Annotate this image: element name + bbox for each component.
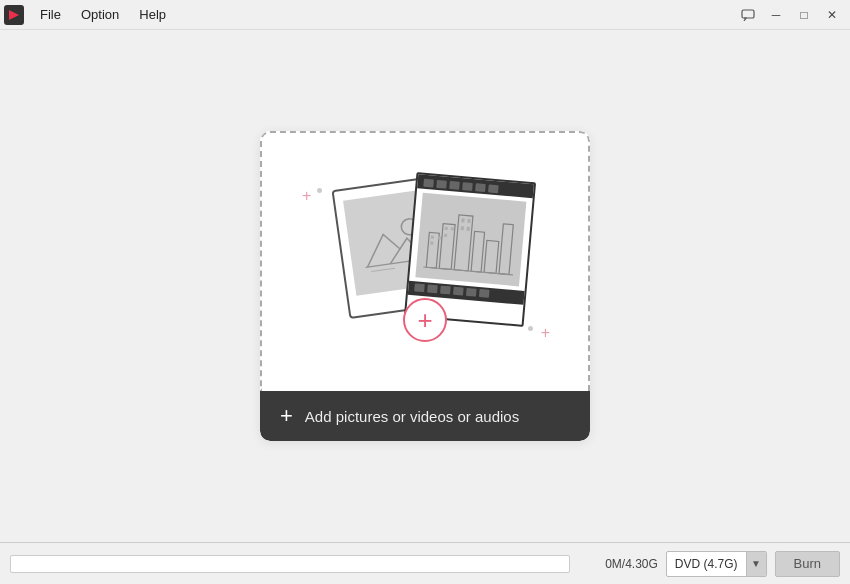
minimize-button[interactable]: ─ — [762, 3, 790, 27]
app-logo — [4, 5, 24, 25]
svg-rect-21 — [466, 226, 469, 230]
svg-line-5 — [371, 268, 395, 271]
add-media-label: Add pictures or videos or audios — [305, 408, 519, 425]
svg-rect-11 — [499, 223, 513, 274]
maximize-button[interactable]: □ — [790, 3, 818, 27]
svg-rect-7 — [439, 223, 455, 269]
svg-rect-16 — [450, 227, 453, 230]
drop-zone[interactable]: + + — [260, 131, 590, 441]
svg-rect-12 — [430, 235, 433, 238]
dvd-dropdown-arrow[interactable]: ▼ — [746, 551, 766, 577]
deco-plus-2: + — [541, 325, 550, 341]
chat-button[interactable] — [734, 3, 762, 27]
svg-rect-19 — [467, 218, 470, 222]
svg-rect-10 — [484, 240, 499, 273]
status-bar: 0M/4.30G DVD (4.7G) ▼ Burn — [0, 542, 850, 584]
title-bar: File Option Help ─ □ ✕ — [0, 0, 850, 30]
svg-rect-18 — [461, 218, 464, 222]
dvd-label: DVD (4.7G) — [667, 557, 746, 571]
svg-rect-13 — [430, 241, 433, 244]
dvd-selector[interactable]: DVD (4.7G) ▼ — [666, 551, 767, 577]
menu-help[interactable]: Help — [129, 3, 176, 26]
burn-button[interactable]: Burn — [775, 551, 840, 577]
progress-bar — [10, 555, 570, 573]
close-button[interactable]: ✕ — [818, 3, 846, 27]
svg-rect-15 — [444, 226, 447, 229]
add-plus-icon: + — [280, 405, 293, 427]
window-controls: ─ □ ✕ — [734, 3, 846, 27]
svg-rect-14 — [437, 236, 440, 239]
deco-plus-1: + — [302, 188, 311, 204]
add-media-button[interactable]: + Add pictures or videos or audios — [260, 391, 590, 441]
svg-rect-2 — [742, 10, 754, 18]
menu-option[interactable]: Option — [71, 3, 129, 26]
menu-file[interactable]: File — [30, 3, 71, 26]
svg-rect-9 — [471, 231, 484, 272]
menu-bar: File Option Help — [30, 3, 734, 26]
drop-zone-inner: + + — [260, 131, 590, 391]
svg-rect-20 — [460, 226, 463, 230]
plus-circle-icon: + — [403, 298, 447, 342]
main-content: + + — [0, 30, 850, 542]
svg-rect-17 — [444, 233, 447, 236]
svg-rect-8 — [454, 214, 473, 270]
size-info: 0M/4.30G — [578, 557, 658, 571]
illustration: + — [320, 172, 530, 362]
